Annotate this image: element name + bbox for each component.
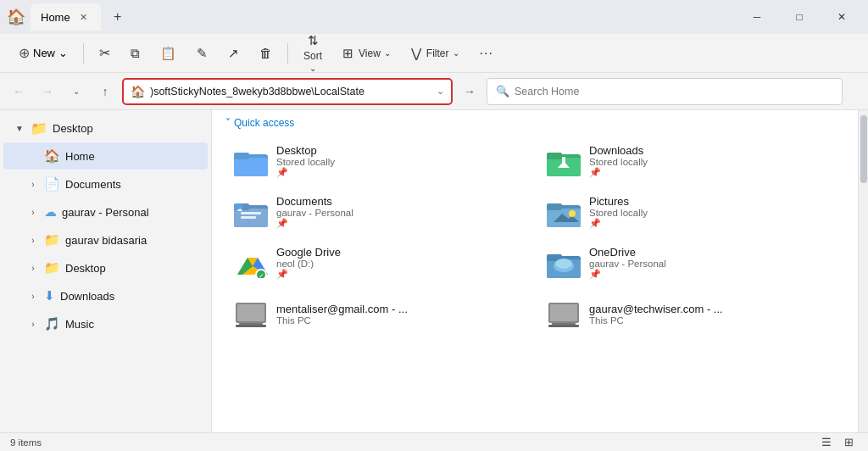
tab-close-button[interactable]: ✕ [77,10,91,24]
new-button[interactable]: ⊕ New ⌄ [10,37,76,70]
list-view-button[interactable]: ☰ [817,433,836,452]
folder-pin: 📌 [589,167,648,178]
folder-name: mentaliser@gmail.com - ... [276,303,408,315]
folder-item-documents[interactable]: ☁ Documents gaurav - Personal 📌 [225,188,531,236]
sort-label: Sort [303,50,322,62]
share-button[interactable]: ↗ [220,37,248,70]
grid-view-icon: ⊞ [844,436,854,448]
folder-grid: Desktop Stored locally 📌 [225,137,844,337]
folder-item-techwiser[interactable]: gaurav@techwiser.com - ... This PC [538,290,844,337]
grid-view-button[interactable]: ⊞ [839,433,858,452]
paste-button[interactable]: 📋 [152,37,185,70]
folder-item-desktop[interactable]: Desktop Stored locally 📌 [225,137,531,185]
sidebar-item-desktop[interactable]: ▼ 📁 Desktop [3,114,208,142]
sidebar-item-music[interactable]: › 🎵 Music [3,310,208,337]
sort-chevron-icon: ⌄ [309,64,316,73]
folder-info-pictures: Pictures Stored locally 📌 [589,195,648,229]
recent-locations-button[interactable]: ⌄ [64,80,88,103]
folder-item-onedrive[interactable]: OneDrive gaurav - Personal 📌 [538,239,844,287]
app-icon: 🏠 [7,8,25,26]
svg-rect-17 [547,203,562,210]
sidebar-item-documents[interactable]: › 📄 Documents [3,170,208,198]
sidebar-item-label: gaurav bidasaria [65,234,147,247]
up-directory-button[interactable]: ↑ [93,80,117,103]
nav-bar: ← → ⌄ ↑ 🏠 ⌄ → 🔍 [0,73,868,110]
expand-icon: › [27,292,39,301]
sidebar-item-gaurav-bidasaria[interactable]: › 📁 gaurav bidasaria [3,226,208,253]
folder-info-desktop: Desktop Stored locally 📌 [276,144,335,178]
quick-access-chevron: ˅ [225,117,231,129]
nav-go-button[interactable]: → [458,80,481,103]
cut-button[interactable]: ✂ [91,37,119,70]
more-button[interactable]: ··· [471,37,502,70]
scrollbar-thumb[interactable] [860,115,867,183]
back-button[interactable]: ← [7,80,31,103]
svg-rect-12 [241,216,256,219]
forward-button[interactable]: → [36,80,59,103]
svg-rect-40 [548,325,579,327]
sort-button[interactable]: ⇅ Sort ⌄ [295,37,331,70]
sidebar-item-desktop2[interactable]: › 📁 Desktop [3,254,208,281]
search-box[interactable]: 🔍 [487,78,843,105]
folder-item-mentaliser[interactable]: mentaliser@gmail.com - ... This PC [225,290,531,337]
folder-name: gaurav@techwiser.com - ... [589,303,723,315]
delete-icon: 🗑 [259,46,272,60]
delete-button[interactable]: 🗑 [251,37,281,70]
folder-sub: This PC [276,315,408,326]
folder-pin: 📌 [276,269,341,280]
cloud-icon: ☁ [44,204,57,220]
recent-locations-icon: ⌄ [73,86,80,96]
close-button[interactable]: ✕ [822,3,861,31]
folder-item-pictures[interactable]: Pictures Stored locally 📌 [538,188,844,236]
sidebar-item-gaurav-personal[interactable]: › ☁ gaurav - Personal [3,198,208,226]
folder-icon-documents: ☁ [234,195,268,229]
folder-icon-google-drive: ✓ [234,246,268,280]
sidebar-item-label: gaurav - Personal [62,206,149,219]
folder-icon: 📁 [44,232,60,248]
folder-sub: gaurav - Personal [276,208,353,218]
toolbar-separator-2 [287,43,288,64]
toolbar-separator-1 [83,43,84,64]
right-scrollbar[interactable] [858,110,868,432]
filter-button[interactable]: ⋁ Filter ⌄ [403,37,468,70]
folder-info-onedrive: OneDrive gaurav - Personal 📌 [589,246,666,280]
more-icon: ··· [480,46,493,61]
view-button[interactable]: ⊞ View ⌄ [334,37,399,70]
address-bar-input[interactable] [150,86,431,97]
search-input[interactable] [515,86,833,97]
list-view-icon: ☰ [821,436,832,448]
folder-item-google-drive[interactable]: ✓ Google Drive neol (D:) 📌 [225,239,531,287]
tab-home-label: Home [41,11,70,24]
copy-button[interactable]: ⧉ [122,37,148,70]
address-bar[interactable]: 🏠 ⌄ [122,78,453,105]
up-icon: ↑ [103,85,108,98]
rename-icon: ✎ [197,46,208,61]
maximize-button[interactable]: □ [780,3,819,31]
folder-name: Downloads [589,144,648,157]
tab-home[interactable]: Home ✕ [31,3,101,31]
new-plus-icon: ⊕ [19,45,30,61]
search-icon: 🔍 [496,85,509,97]
nav-go-icon: → [464,85,476,98]
sidebar-item-downloads[interactable]: › ⬇ Downloads [3,282,208,309]
folder-item-downloads[interactable]: Downloads Stored locally 📌 [538,137,844,185]
music-icon: 🎵 [44,316,60,331]
filter-chevron-icon: ⌄ [453,48,459,58]
expand-icon: ▼ [14,124,25,133]
downloads-icon: ⬇ [44,288,55,303]
status-item-count: 9 items [10,437,42,448]
svg-rect-7 [562,157,565,164]
folder-icon: 📁 [31,120,47,136]
sidebar-item-home[interactable]: 🏠 Home [3,142,208,170]
folder-pin: 📌 [276,167,335,178]
title-bar-left: 🏠 Home ✕ + [7,3,731,31]
expand-icon: › [27,264,39,273]
new-tab-button[interactable]: + [106,5,130,29]
address-home-icon: 🏠 [131,85,145,98]
content-area: ˅ Quick access Desktop Stored locally 📌 [212,110,858,432]
minimize-button[interactable]: ─ [737,3,776,31]
svg-rect-34 [237,304,264,321]
sidebar: ▼ 📁 Desktop 🏠 Home › 📄 Documents › ☁ gau… [0,110,212,432]
view-chevron-icon: ⌄ [384,48,391,58]
rename-button[interactable]: ✎ [188,37,216,70]
